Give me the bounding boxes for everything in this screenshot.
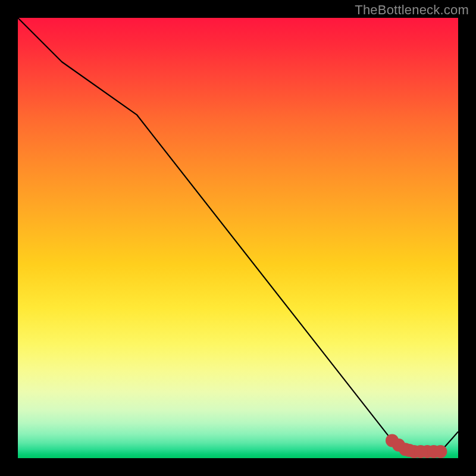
chart-stage: TheBottleneck.com [0,0,476,476]
series-curve [18,18,458,452]
svg-point-8 [437,448,444,455]
chart-overlay [18,18,458,458]
watermark-text: TheBottleneck.com [355,2,469,18]
highlight-markers [389,437,444,455]
